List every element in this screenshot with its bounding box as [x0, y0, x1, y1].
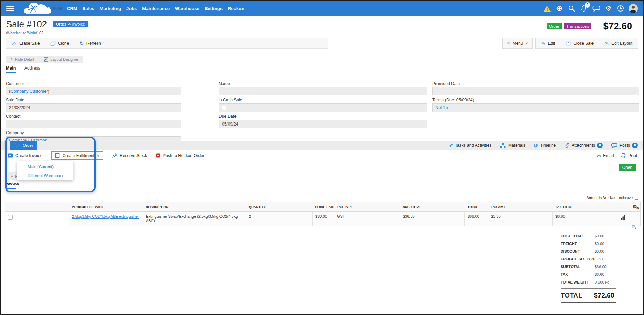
- cell-quantity: 2: [246, 212, 313, 226]
- nav-item-jobs[interactable]: Jobs: [126, 6, 137, 11]
- col-total[interactable]: TOTAL: [465, 202, 488, 212]
- create-invoice-label: Create Invoice: [15, 153, 42, 158]
- create-fulfilment-label: Create Fulfilment: [62, 153, 94, 158]
- dropdown-item-main-current[interactable]: Main (Current): [17, 163, 73, 171]
- open-button[interactable]: Open: [619, 164, 636, 171]
- nav-item-reckon[interactable]: Reckon: [228, 6, 244, 11]
- contact-label: Contact: [6, 114, 181, 120]
- col-tax-type[interactable]: TAX TYPE: [334, 202, 400, 212]
- customer-field[interactable]: (Company Customer): [6, 87, 181, 95]
- hamburger-menu-icon[interactable]: [6, 6, 14, 11]
- partial-tab-label[interactable]: wwww: [6, 181, 19, 186]
- dropdown-item-different-warehouse[interactable]: Different Warehouse: [17, 171, 73, 180]
- row-checkbox-cell: [5, 212, 69, 226]
- nav-item-marketing[interactable]: Marketing: [100, 6, 121, 11]
- table-settings-header[interactable]: ⚙: [615, 202, 641, 212]
- warning-icon[interactable]: [543, 4, 551, 13]
- tab-order[interactable]: Order: [10, 141, 37, 150]
- notifications-bell-icon[interactable]: 8: [580, 4, 588, 13]
- transactions-badge[interactable]: Transactions: [564, 23, 592, 29]
- materials-link[interactable]: Materials: [500, 143, 525, 149]
- timeline-link[interactable]: ↺ Timeline: [534, 143, 556, 148]
- toolbar-left-group: Erase Sale Clone ↻ Refresh: [6, 38, 328, 49]
- user-avatar[interactable]: [629, 4, 638, 13]
- attachments-link[interactable]: Attachments 0: [564, 143, 603, 148]
- contact-field[interactable]: [6, 120, 181, 128]
- customer-link[interactable]: Company Customer: [10, 89, 48, 94]
- name-field[interactable]: [219, 87, 427, 95]
- promised-date-field[interactable]: [432, 87, 639, 95]
- create-fulfilment-dropdown-menu: Main (Current) Different Warehouse: [17, 161, 73, 180]
- order-side-links: ✔ Tasks and Activities Materials ↺ Timel…: [449, 141, 638, 150]
- totals-settings-gears-icon[interactable]: ⚙: [631, 224, 635, 228]
- create-fulfilment-dropdown-button[interactable]: Create Fulfilment ∨: [51, 151, 103, 160]
- col-sub-total[interactable]: SUB TOTAL: [400, 202, 465, 212]
- posts-link[interactable]: Posts 0: [611, 143, 638, 148]
- table-row[interactable]: 2.5kg/3.5kg CO2/4.5kg ABE extinguisher E…: [5, 212, 641, 226]
- totals-value: GST: [596, 257, 604, 261]
- close-sale-button[interactable]: Close Sale: [561, 38, 599, 48]
- pushpin-icon: [112, 153, 117, 158]
- add-plus-icon[interactable]: ⊕: [555, 4, 564, 13]
- col-tax-amt[interactable]: TAX AMT: [488, 202, 553, 212]
- col-quantity[interactable]: QUANTITY: [246, 202, 313, 212]
- nav-item-maintenance[interactable]: Maintenance: [142, 6, 170, 11]
- terms-link[interactable]: Net 15: [435, 105, 448, 110]
- col-tax-total[interactable]: TAX TOTAL: [553, 202, 615, 212]
- col-price-each[interactable]: PRICE EACH: [313, 202, 334, 212]
- nav-item-warehouse[interactable]: Warehouse: [175, 6, 200, 11]
- grand-total-label: TOTAL: [561, 292, 594, 299]
- layout-grid-icon: [44, 57, 48, 62]
- push-to-reckon-button[interactable]: Push to Reckon Order: [156, 153, 204, 158]
- order-actions-left: Create Invoice Create Fulfilment ∨ Reser…: [1, 151, 204, 160]
- edit-layout-button[interactable]: ✎ Edit Layout: [599, 38, 638, 48]
- pencil-filled-icon: ✎: [605, 41, 609, 46]
- is-cash-sale-checkbox[interactable]: [222, 106, 226, 110]
- gear-icon[interactable]: ⚙: [604, 4, 612, 13]
- clock-icon[interactable]: [616, 4, 625, 13]
- menu-label: Menu: [512, 41, 523, 46]
- nav-item-crm[interactable]: CRM: [67, 6, 77, 11]
- totals-panel: COST TOTAL$0.00 FREIGHT$0.00 DISCOUNT$0.…: [561, 232, 616, 303]
- tasks-and-activities-link[interactable]: ✔ Tasks and Activities: [449, 143, 491, 148]
- tab-address[interactable]: Address: [24, 66, 40, 73]
- layout-designer-button[interactable]: Layout Designer: [44, 57, 78, 62]
- clone-button[interactable]: Clone: [50, 41, 69, 46]
- print-button[interactable]: Print: [621, 153, 637, 158]
- cell-product-service: 2.5kg/3.5kg CO2/4.5kg ABE extinguisher: [69, 212, 143, 226]
- terms-field[interactable]: Net 15: [432, 103, 639, 112]
- due-date-field[interactable]: 05/09/24: [219, 120, 427, 128]
- tab-main[interactable]: Main: [6, 66, 16, 73]
- refresh-button[interactable]: ↻ Refresh: [79, 41, 101, 46]
- page-header: Sale #102 Order -> Invoice /Warehouse/Ma…: [1, 17, 643, 35]
- row-chart-cell[interactable]: [615, 212, 631, 226]
- creatacrm-logo[interactable]: CreataCRM: [23, 1, 65, 16]
- nav-item-sales[interactable]: Sales: [83, 6, 94, 11]
- menu-button[interactable]: ≡ Menu ∨: [502, 38, 533, 49]
- brand-creata: Creata: [34, 5, 50, 11]
- chat-icon[interactable]: [592, 4, 600, 13]
- col-description[interactable]: DESCRIPTION: [143, 202, 246, 212]
- breadcrumb-warehouse-link[interactable]: Warehouse: [7, 31, 27, 35]
- totals-row-tax: TAX$6.60: [561, 271, 616, 278]
- breadcrumb-main-link[interactable]: Main: [28, 31, 36, 35]
- hide-detail-button[interactable]: ∧ Hide Detail: [10, 57, 34, 62]
- create-invoice-button[interactable]: Create Invoice: [8, 153, 42, 158]
- edit-label: Edit: [548, 41, 555, 46]
- search-icon[interactable]: [567, 4, 576, 13]
- pencil-icon: ✎: [541, 41, 546, 46]
- nav-item-settings[interactable]: Settings: [205, 6, 223, 11]
- breadcrumb: /Warehouse/Main/102: [6, 31, 88, 35]
- tax-exclusive-checkbox[interactable]: [635, 196, 638, 200]
- edit-button[interactable]: ✎ Edit: [536, 38, 561, 48]
- is-cash-sale-label: is Cash Sale: [219, 98, 427, 103]
- sale-date-field[interactable]: 21/08/2024: [6, 103, 181, 112]
- erase-sale-button[interactable]: Erase Sale: [11, 41, 40, 46]
- email-button[interactable]: ✉ Email: [597, 153, 614, 158]
- reserve-stock-button[interactable]: Reserve Stock: [112, 153, 147, 158]
- product-link[interactable]: 2.5kg/3.5kg CO2/4.5kg ABE extinguisher: [72, 214, 139, 219]
- due-date-label: Due Date: [219, 114, 427, 120]
- col-product-service[interactable]: PRODUCT SERVICE: [69, 202, 143, 212]
- row-checkbox[interactable]: [8, 215, 13, 220]
- email-label: Email: [603, 153, 614, 158]
